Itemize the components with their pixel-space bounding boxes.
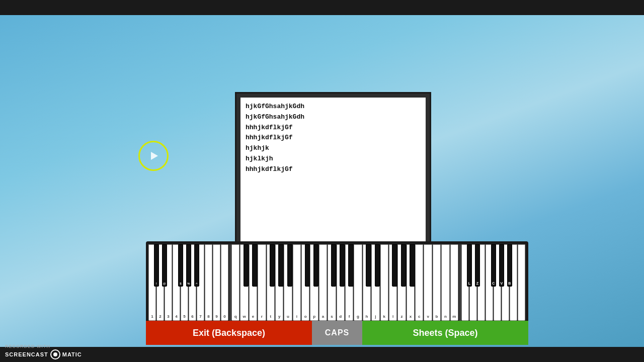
- watermark: RECORDED WITH SCREENCAST MATIC: [5, 344, 82, 359]
- cursor-circle: [138, 141, 169, 171]
- black-key[interactable]: %: [186, 244, 191, 287]
- black-key[interactable]: C: [491, 244, 496, 287]
- black-key[interactable]: [313, 244, 318, 287]
- black-key[interactable]: [244, 244, 249, 287]
- white-key[interactable]: 0: [221, 244, 228, 321]
- top-bar: [0, 0, 644, 15]
- white-key[interactable]: b: [433, 244, 441, 321]
- editor-text: hjkGfGhsahjkGdhhjkGfGhsahjkGdhhhhjkdflkj…: [246, 102, 421, 175]
- white-key[interactable]: 8: [205, 244, 212, 321]
- white-key[interactable]: 9: [213, 244, 220, 321]
- screencast-icon: [50, 349, 60, 359]
- black-key[interactable]: [375, 244, 380, 287]
- piano-right-section: LZCVB: [461, 244, 526, 321]
- white-key[interactable]: c: [415, 244, 423, 321]
- white-key[interactable]: k: [380, 244, 388, 321]
- bottom-buttons: Exit (Backspace) CAPS Sheets (Space): [146, 321, 528, 345]
- black-key[interactable]: Z: [475, 244, 480, 287]
- black-key[interactable]: [331, 244, 336, 287]
- black-key[interactable]: $: [178, 244, 183, 287]
- black-key[interactable]: [348, 244, 353, 287]
- sheets-button[interactable]: Sheets (Space): [362, 321, 528, 345]
- black-key[interactable]: [252, 244, 257, 287]
- black-key[interactable]: [392, 244, 397, 287]
- black-key[interactable]: !: [154, 244, 159, 287]
- black-key[interactable]: [270, 244, 275, 287]
- black-key[interactable]: [401, 244, 406, 287]
- watermark-brand-text: SCREENCAST: [5, 351, 48, 357]
- black-key[interactable]: [410, 244, 415, 287]
- white-key[interactable]: v: [424, 244, 432, 321]
- exit-button[interactable]: Exit (Backspace): [146, 321, 312, 345]
- black-key[interactable]: [340, 244, 345, 287]
- piano-left-section: 1234567890!@$%^: [148, 244, 229, 321]
- white-key[interactable]: m: [450, 244, 458, 321]
- caps-button[interactable]: CAPS: [312, 321, 362, 345]
- watermark-brand-text2: MATIC: [62, 351, 82, 357]
- white-key[interactable]: q: [231, 244, 239, 321]
- piano-wrapper: 1234567890!@$%^qwertyuiopasdfghjklzxcvbn…: [146, 241, 528, 321]
- piano-inner: 1234567890!@$%^qwertyuiopasdfghjklzxcvbn…: [147, 243, 527, 321]
- black-key[interactable]: V: [499, 244, 504, 287]
- black-key[interactable]: [305, 244, 310, 287]
- watermark-brand: SCREENCAST MATIC: [5, 349, 82, 359]
- white-key[interactable]: n: [441, 244, 449, 321]
- watermark-recorded-text: RECORDED WITH: [5, 344, 82, 349]
- white-key[interactable]: [518, 244, 525, 321]
- black-key[interactable]: @: [162, 244, 167, 287]
- cursor-arrow: [151, 152, 158, 160]
- black-key[interactable]: L: [467, 244, 472, 287]
- black-key[interactable]: [287, 244, 292, 287]
- piano-middle-section: qwertyuiopasdfghjklzxcvbnm: [231, 244, 459, 321]
- bottom-bar: [0, 347, 644, 362]
- black-key[interactable]: [366, 244, 371, 287]
- white-key[interactable]: i: [293, 244, 301, 321]
- black-key[interactable]: B: [507, 244, 512, 287]
- screencast-icon-dot: [53, 352, 57, 356]
- black-key[interactable]: [278, 244, 283, 287]
- black-key[interactable]: ^: [194, 244, 199, 287]
- white-key[interactable]: g: [354, 244, 362, 321]
- white-key[interactable]: a: [319, 244, 327, 321]
- white-key[interactable]: r: [258, 244, 266, 321]
